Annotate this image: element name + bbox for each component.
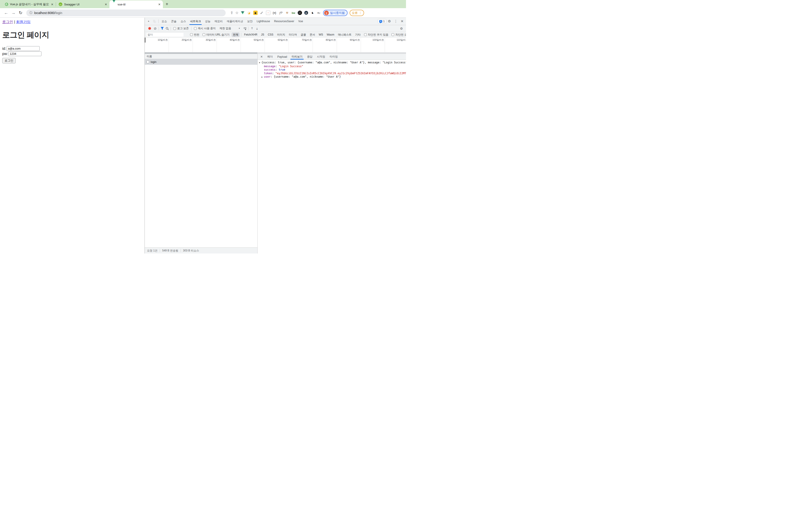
- bw-extension-icon[interactable]: bw: [291, 11, 296, 15]
- invert-checkbox[interactable]: 반전: [190, 33, 199, 37]
- bookmark-star-icon[interactable]: ☆: [235, 11, 238, 15]
- console-drawer-badge[interactable]: 1: [378, 19, 386, 23]
- filter-chip-media[interactable]: 미디어: [288, 33, 298, 37]
- playlist-extension-icon[interactable]: ≡♪: [317, 11, 321, 15]
- timeline-scrollbar-thumb[interactable]: [145, 52, 257, 54]
- login-nav-link[interactable]: 로그인: [2, 20, 13, 24]
- record-network-log-icon[interactable]: [148, 27, 151, 30]
- filter-input[interactable]: [147, 33, 184, 37]
- extension-icon-yellow-black[interactable]: ◆: [253, 11, 258, 15]
- checkbox-icon[interactable]: [194, 27, 197, 30]
- new-tab-button[interactable]: +: [166, 2, 168, 7]
- checkbox-icon[interactable]: [364, 33, 367, 36]
- browser-tab-course[interactable]: Vue.js 끝장내기 - 실무에 필요한 모 ✕: [2, 0, 56, 8]
- tab-network[interactable]: 네트워크: [188, 18, 203, 25]
- tab-lighthouse[interactable]: Lighthouse: [255, 18, 272, 25]
- tab-close-icon[interactable]: ✕: [51, 3, 53, 6]
- name-column-header[interactable]: 이름: [145, 54, 257, 59]
- detail-tab-preview[interactable]: 미리보기: [289, 54, 305, 60]
- forward-icon[interactable]: →: [10, 10, 16, 15]
- tab-resourcessaver[interactable]: ResourcesSaver: [272, 18, 296, 25]
- vue-devtools-extension-icon[interactable]: [241, 11, 245, 15]
- tab-application[interactable]: 애플리케이션: [225, 18, 245, 25]
- tab-close-icon[interactable]: ✕: [158, 3, 161, 6]
- puzzle-extension-icon[interactable]: ♞: [310, 11, 315, 15]
- devtools-settings-gear-icon[interactable]: ⚙: [386, 19, 392, 23]
- preserve-log-checkbox[interactable]: 로그 보존: [173, 26, 189, 30]
- back-icon[interactable]: ←: [3, 10, 9, 15]
- search-icon[interactable]: [165, 27, 170, 30]
- browser-menu-error-chip[interactable]: 오류 ⋮: [350, 10, 364, 16]
- site-info-icon[interactable]: ⓘ: [30, 11, 33, 15]
- network-overview-timeline[interactable]: 10밀리초 20밀리초 30밀리초 40밀리초 50밀리초 60밀리초 70밀리…: [145, 38, 406, 54]
- tab-performance[interactable]: 성능: [203, 18, 212, 25]
- expand-triangle-icon[interactable]: ▼: [259, 61, 261, 65]
- hammer-extension-icon[interactable]: ⚒: [285, 11, 289, 15]
- filter-chip-fetch-xhr[interactable]: Fetch/XHR: [243, 33, 259, 37]
- login-submit-button[interactable]: 로그인: [2, 58, 16, 63]
- throttling-caret-icon[interactable]: ▼: [238, 27, 240, 30]
- detail-tab-timing[interactable]: 타이밍: [327, 54, 340, 60]
- json-prop-user[interactable]: ▶user: {username: "a@a.com", nickname: "…: [259, 75, 406, 79]
- checkbox-icon[interactable]: [203, 33, 205, 36]
- share-icon[interactable]: ⇧: [230, 11, 233, 15]
- tab-close-icon[interactable]: ✕: [105, 3, 107, 6]
- json-root-line[interactable]: ▼{success: true, user: {username: "a@a.c…: [259, 61, 406, 65]
- checkbox-icon[interactable]: [190, 33, 193, 36]
- import-har-icon[interactable]: ⤒: [249, 27, 254, 30]
- throttling-select[interactable]: 제한 없음: [219, 26, 231, 30]
- disable-cache-checkbox[interactable]: 캐시 사용 중지: [194, 26, 216, 30]
- filter-chip-ws[interactable]: WS: [317, 33, 324, 37]
- braces-extension-icon[interactable]: {≡}: [272, 11, 276, 15]
- detail-tab-response[interactable]: 응답: [305, 54, 315, 60]
- export-har-icon[interactable]: ⤓: [254, 27, 259, 30]
- pw-input[interactable]: [8, 51, 42, 56]
- request-row-login[interactable]: login: [145, 59, 257, 65]
- filter-chip-font[interactable]: 글꼴: [299, 33, 307, 37]
- tab-security[interactable]: 보안: [245, 18, 255, 25]
- blocked-requests-checkbox[interactable]: 차단된 요청: [392, 33, 406, 37]
- tab-vue[interactable]: Vue: [296, 18, 305, 25]
- filter-chip-js[interactable]: JS: [260, 33, 265, 37]
- filter-chip-wasm[interactable]: Wasm: [325, 33, 336, 37]
- e-extension-icon[interactable]: e: [304, 11, 308, 15]
- filter-chip-manifest[interactable]: 매니페스트: [337, 33, 353, 37]
- timeline-scrollbar[interactable]: [145, 52, 406, 54]
- hide-data-urls-checkbox[interactable]: 데이터 URL 숨기기: [203, 33, 230, 37]
- tab-memory[interactable]: 메모리: [212, 18, 225, 25]
- network-conditions-icon[interactable]: [242, 27, 247, 30]
- tab-sources[interactable]: 소스: [179, 18, 188, 25]
- tab-elements[interactable]: 요소: [159, 18, 169, 25]
- card-extension-icon[interactable]: ≡: [266, 11, 270, 15]
- checkbox-icon[interactable]: [392, 33, 394, 36]
- signup-nav-link[interactable]: 회원가입: [16, 20, 31, 24]
- id-input[interactable]: [7, 46, 40, 51]
- detail-tab-headers[interactable]: 헤더: [265, 54, 275, 60]
- device-toolbar-icon[interactable]: ⿻: [152, 19, 157, 23]
- network-settings-gear-icon[interactable]: ⚙: [399, 27, 404, 30]
- browser-tab-vue-til[interactable]: vue-til ✕: [109, 0, 163, 8]
- detail-tab-payload[interactable]: Payload: [275, 54, 289, 60]
- devtools-close-icon[interactable]: ✕: [399, 19, 405, 23]
- binary-extension-icon[interactable]: 0101 0011: [298, 11, 302, 15]
- inspect-element-icon[interactable]: ⌖: [146, 20, 152, 23]
- clear-network-log-icon[interactable]: ⊘: [153, 26, 158, 31]
- detail-tab-initiator[interactable]: 시작점: [315, 54, 327, 60]
- checkbox-icon[interactable]: [173, 27, 176, 30]
- collapse-triangle-icon[interactable]: ▶: [261, 75, 264, 79]
- devtools-menu-dots-icon[interactable]: ⋮: [392, 19, 399, 23]
- filter-chip-other[interactable]: 기타: [354, 33, 362, 37]
- tab-console[interactable]: 콘솔: [169, 18, 179, 25]
- eyedropper-extension-icon[interactable]: 🖉: [260, 11, 264, 15]
- filter-chip-all[interactable]: 전체: [232, 33, 240, 37]
- fn-extension-icon[interactable]: ƒ?: [279, 11, 283, 15]
- address-bar[interactable]: ⓘ localhost:8080/login: [26, 9, 226, 16]
- extension-icon-yellow[interactable]: ◪: [247, 11, 251, 15]
- reload-icon[interactable]: ↻: [18, 10, 23, 15]
- filter-funnel-icon[interactable]: [160, 27, 165, 30]
- filter-chip-doc[interactable]: 문서: [308, 33, 316, 37]
- detail-close-icon[interactable]: ✕: [258, 55, 265, 58]
- filter-chip-css[interactable]: CSS: [266, 33, 275, 37]
- browser-tab-swagger[interactable]: {:} Swagger UI ✕: [56, 0, 109, 8]
- blocked-cookies-checkbox[interactable]: 차단된 쿠키 있음: [364, 33, 389, 37]
